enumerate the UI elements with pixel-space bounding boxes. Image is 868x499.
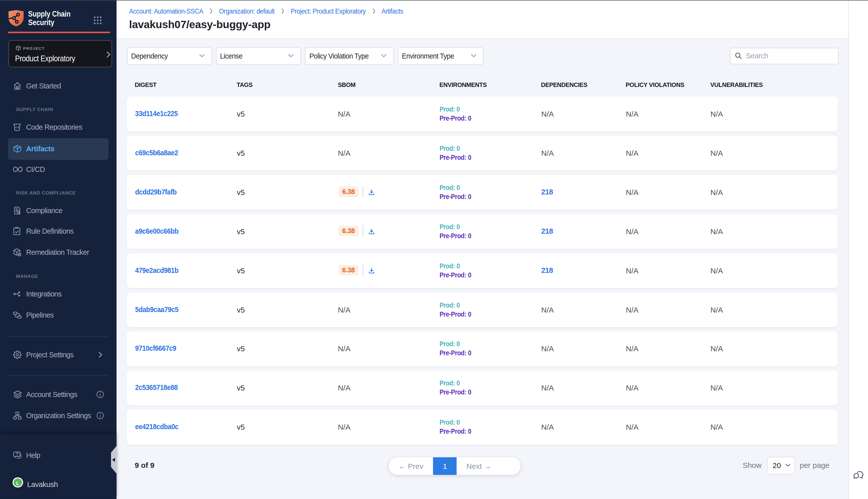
svg-text:?: ? [16,452,18,456]
